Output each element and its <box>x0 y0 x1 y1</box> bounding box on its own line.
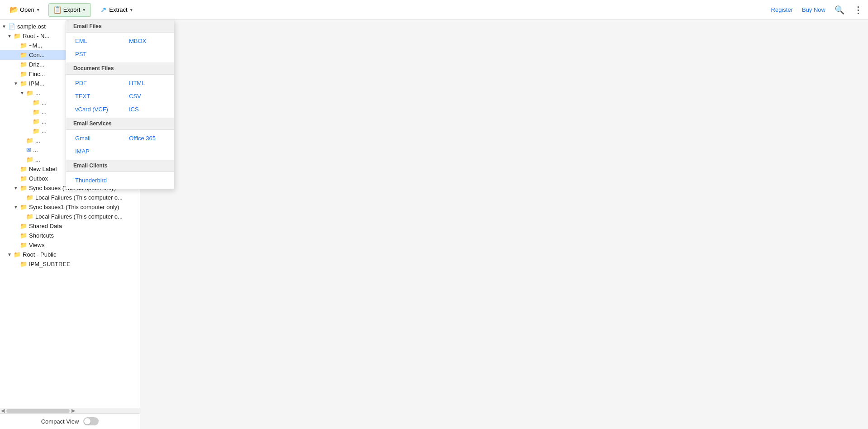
tree-item-label: Root - Public <box>23 251 56 258</box>
folder-icon: 📁 <box>20 71 27 77</box>
export-eml[interactable]: EML <box>66 34 120 48</box>
expand-arrow: ▼ <box>2 24 8 29</box>
export-imap[interactable]: IMAP <box>66 145 120 158</box>
folder-icon: 📁 <box>20 80 27 87</box>
export-ics[interactable]: ICS <box>120 103 174 116</box>
tree-item-ipm-subtree[interactable]: 📁 IPM_SUBTREE <box>0 259 140 269</box>
folder-icon: 📁 <box>20 166 27 172</box>
compact-view-label: Compact View <box>41 418 79 425</box>
folder-icon: 📁 <box>33 118 40 125</box>
tree-item-label: IPM_SUBTREE <box>29 261 71 267</box>
folder-icon: 📁 <box>33 109 40 115</box>
expand-arrow: ▼ <box>14 205 20 210</box>
email-services-header: Email Services <box>66 118 174 130</box>
tree-item-label: ... <box>42 109 47 115</box>
tree-item-label: ~M... <box>29 42 42 49</box>
export-gmail[interactable]: Gmail <box>66 132 120 145</box>
expand-arrow: ▼ <box>7 252 14 257</box>
content-area <box>140 20 868 429</box>
export-text[interactable]: TEXT <box>66 90 120 103</box>
email-files-header: Email Files <box>66 20 174 33</box>
folder-icon: 📁 <box>20 61 27 68</box>
export-office365[interactable]: Office 365 <box>120 132 174 145</box>
tree-item-shortcuts[interactable]: 📁 Shortcuts <box>0 231 140 240</box>
more-options-button[interactable]: ⋮ <box>854 5 863 15</box>
folder-icon: 📁 <box>14 251 21 258</box>
tree-item-local-failures1[interactable]: 📁 Local Failures (This computer o... <box>0 212 140 221</box>
register-button[interactable]: Register <box>771 6 793 13</box>
extract-dropdown-arrow: ▼ <box>129 8 134 12</box>
toggle-knob <box>84 418 91 424</box>
folder-icon: 📁 <box>26 156 33 163</box>
export-mbox[interactable]: MBOX <box>120 34 174 48</box>
sidebar-hscroll[interactable]: ◀ ▶ <box>0 408 140 413</box>
tree-item-label: ... <box>42 118 47 125</box>
tree-item-views[interactable]: 📁 Views <box>0 240 140 250</box>
folder-icon: 📁 <box>20 223 27 229</box>
folder-icon: 📁 <box>20 242 27 248</box>
export-label: Export <box>63 6 81 13</box>
export-thunderbird[interactable]: Thunderbird <box>66 174 120 187</box>
folder-icon: 📁 <box>20 175 27 182</box>
buy-now-button[interactable]: Buy Now <box>802 6 825 13</box>
expand-arrow: ▼ <box>20 91 26 95</box>
compact-view-bar: Compact View <box>0 413 140 429</box>
export-dropdown-arrow: ▼ <box>82 8 86 12</box>
tree-item-label: Root - N... <box>23 33 49 39</box>
tree-item-label: sample.ost <box>17 23 46 30</box>
mail-icon: ✉ <box>26 147 31 153</box>
export-button[interactable]: 📋 Export ▼ <box>48 3 91 17</box>
tree-item-sync-issues1[interactable]: ▼ 📁 Sync Issues1 (This computer only) <box>0 202 140 212</box>
tree-item-label: Con... <box>29 52 45 58</box>
tree-item-label: New Label <box>29 166 57 172</box>
document-files-header: Document Files <box>66 62 174 75</box>
tree-item-local-failures[interactable]: 📁 Local Failures (This computer o... <box>0 193 140 202</box>
tree-item-label: Finc... <box>29 71 45 77</box>
folder-icon: 📁 <box>33 128 40 134</box>
folder-icon: 📁 <box>26 137 33 144</box>
tree-item-label: Local Failures (This computer o... <box>35 194 123 201</box>
hscroll-thumb[interactable] <box>6 409 70 413</box>
open-label: Open <box>20 6 34 13</box>
folder-icon: 📁 <box>14 33 21 39</box>
folder-icon: 📁 <box>26 90 33 96</box>
export-pst[interactable]: PST <box>66 48 120 61</box>
email-services-grid: Gmail Office 365 IMAP <box>66 130 174 160</box>
tree-item-root-public[interactable]: ▼ 📁 Root - Public <box>0 250 140 259</box>
tree-item-label: ... <box>33 147 38 153</box>
folder-icon: 📁 <box>26 213 33 220</box>
tree-item-label: Driz... <box>29 61 44 68</box>
extract-label: Extract <box>109 6 127 13</box>
folder-icon: 📁 <box>20 232 27 239</box>
email-files-grid: EML MBOX PST <box>66 33 174 62</box>
folder-icon: 📁 <box>20 204 27 210</box>
open-icon: 📂 <box>10 6 18 14</box>
toolbar: 📂 Open ▼ 📋 Export ▼ ↗ Extract ▼ Register… <box>0 0 868 20</box>
tree-item-label: Outbox <box>29 175 48 182</box>
tree-item-label: ... <box>35 90 40 96</box>
email-clients-header: Email Clients <box>66 160 174 172</box>
export-pdf[interactable]: PDF <box>66 76 120 90</box>
tree-item-label: Sync Issues1 (This computer only) <box>29 204 119 210</box>
tree-item-shared-data[interactable]: 📁 Shared Data <box>0 221 140 231</box>
folder-icon: 📁 <box>26 194 33 201</box>
document-files-grid: PDF HTML TEXT CSV vCard (VCF) ICS <box>66 75 174 118</box>
export-html[interactable]: HTML <box>120 76 174 90</box>
tree-item-label: ... <box>35 156 40 163</box>
tree-item-label: Views <box>29 242 44 248</box>
folder-icon: 📁 <box>20 185 27 191</box>
export-csv[interactable]: CSV <box>120 90 174 103</box>
folder-icon: 📁 <box>20 42 27 49</box>
toolbar-right: Register Buy Now 🔍 ⋮ <box>771 5 863 15</box>
folder-icon: 📁 <box>20 261 27 267</box>
export-icon: 📋 <box>53 6 62 14</box>
export-vcard[interactable]: vCard (VCF) <box>66 103 120 116</box>
email-clients-grid: Thunderbird <box>66 172 174 189</box>
extract-button[interactable]: ↗ Extract ▼ <box>95 4 138 16</box>
compact-view-toggle[interactable] <box>83 417 99 425</box>
export-dropdown-menu: Email Files EML MBOX PST Document Files … <box>66 20 174 189</box>
search-button[interactable]: 🔍 <box>835 5 844 15</box>
tree-item-label: Shortcuts <box>29 232 54 239</box>
open-button[interactable]: 📂 Open ▼ <box>5 4 45 16</box>
folder-icon: 📁 <box>33 99 40 106</box>
